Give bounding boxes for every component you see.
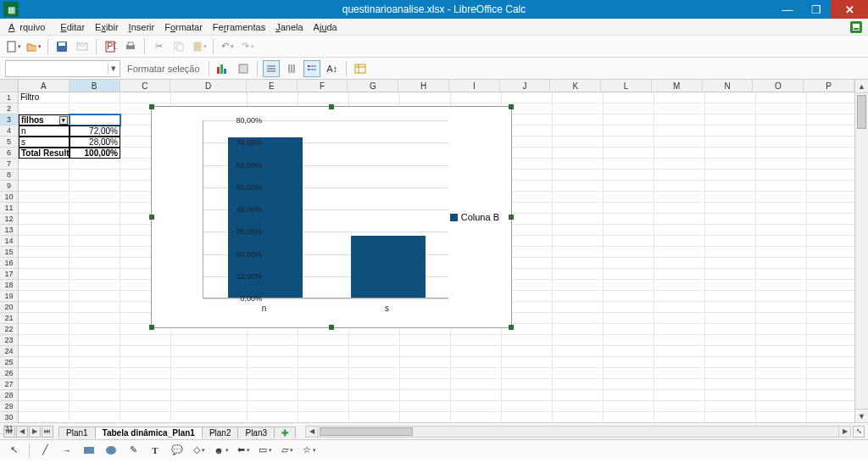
row-header-4[interactable]: 4 <box>0 126 18 137</box>
resize-handle[interactable] <box>329 325 334 330</box>
cell-B5[interactable]: 28,00% <box>70 137 120 148</box>
cell-B6[interactable]: 100,00% <box>70 148 120 159</box>
cell-B3[interactable] <box>70 114 120 126</box>
row-header-24[interactable]: 24 <box>0 346 18 357</box>
flowcharts-tool[interactable]: ▭ <box>257 442 274 459</box>
col-header-E[interactable]: E <box>247 80 298 92</box>
chart-grid-h-button[interactable] <box>263 60 280 77</box>
sheet-tab[interactable]: Plan2 <box>202 427 239 438</box>
cut-button[interactable]: ✂ <box>150 38 167 55</box>
row-header-14[interactable]: 14 <box>0 236 18 247</box>
sheet-tab[interactable]: Tabela dinâmica_Plan1 <box>95 427 203 438</box>
row-header-6[interactable]: 6 <box>0 148 18 159</box>
row-header-1[interactable]: 1 <box>0 92 18 103</box>
col-header-N[interactable]: N <box>703 80 754 92</box>
row-header-7[interactable]: 7 <box>0 159 18 170</box>
block-arrows-tool[interactable]: ⬅ <box>235 442 252 459</box>
row-header-3[interactable]: 3 <box>0 114 18 126</box>
autofilter-dropdown-icon[interactable]: ▾ <box>59 116 68 125</box>
undo-button[interactable]: ↶ <box>219 38 236 55</box>
cell-A5[interactable]: s <box>19 137 70 148</box>
chart-element-dropdown-icon[interactable]: ▾ <box>108 63 120 74</box>
select-tool[interactable]: ↖ <box>5 442 22 459</box>
paste-button[interactable] <box>191 38 208 55</box>
line-tool[interactable]: ╱ <box>36 442 53 459</box>
email-button[interactable] <box>74 38 91 55</box>
scroll-thumb[interactable] <box>857 95 866 129</box>
row-header-27[interactable]: 27 <box>0 379 18 390</box>
resize-handle[interactable] <box>509 215 514 220</box>
col-header-D[interactable]: D <box>170 80 247 92</box>
tab-next-button[interactable]: ▶ <box>29 426 41 438</box>
split-handle[interactable]: ⤡ <box>853 426 865 438</box>
resize-handle[interactable] <box>149 215 154 220</box>
chart-text-scale-button[interactable]: A↕ <box>324 60 341 77</box>
row-header-22[interactable]: 22 <box>0 324 18 335</box>
row-header-26[interactable]: 26 <box>0 368 18 379</box>
menu-editar[interactable]: Editar <box>55 20 90 34</box>
close-button[interactable]: ✕ <box>831 0 868 19</box>
redo-button[interactable]: ↷ <box>239 38 256 55</box>
vertical-scrollbar[interactable]: ▲ ▼ <box>854 80 868 422</box>
rectangle-tool[interactable] <box>81 442 97 459</box>
chart-3d-button[interactable] <box>235 60 252 77</box>
grid[interactable]: ABCDEFGHIJKLMNOP Filtrofilhos▾n72,00%s28… <box>19 80 854 422</box>
menu-inserir[interactable]: Inserir <box>124 20 160 34</box>
open-button[interactable] <box>25 38 42 55</box>
row-header-11[interactable]: 11 <box>0 203 18 214</box>
row-header-13[interactable]: 13 <box>0 225 18 236</box>
symbol-shapes-tool[interactable]: ☻ <box>213 442 230 459</box>
menu-ferramentas[interactable]: Ferramentas <box>208 20 270 34</box>
menu-exibir[interactable]: Exibir <box>90 20 124 34</box>
save-button[interactable] <box>53 38 70 55</box>
menu-ajuda[interactable]: Ajuda <box>309 20 342 34</box>
text-tool[interactable]: T <box>147 442 164 459</box>
minimize-button[interactable]: — <box>773 0 802 19</box>
col-header-O[interactable]: O <box>753 80 804 92</box>
menu-janela[interactable]: Janela <box>270 20 308 34</box>
row-header-2[interactable]: 2 <box>0 103 18 114</box>
copy-button[interactable] <box>170 38 187 55</box>
maximize-button[interactable]: ❐ <box>802 0 831 19</box>
row-header-20[interactable]: 20 <box>0 302 18 313</box>
chart-legend-button[interactable] <box>303 60 320 77</box>
col-header-K[interactable]: K <box>550 80 601 92</box>
col-header-J[interactable]: J <box>500 80 551 92</box>
row-header-10[interactable]: 10 <box>0 192 18 203</box>
cell-A1[interactable]: Filtro <box>19 92 70 103</box>
callout-tool[interactable]: 💬 <box>169 442 186 459</box>
menu-formatar[interactable]: Formatar <box>159 20 208 34</box>
col-header-H[interactable]: H <box>398 80 449 92</box>
cell-A3[interactable]: filhos▾ <box>19 114 70 126</box>
resize-handle[interactable] <box>329 104 334 109</box>
resize-handle[interactable] <box>149 325 154 330</box>
col-header-B[interactable]: B <box>70 80 120 92</box>
row-header-15[interactable]: 15 <box>0 247 18 258</box>
sheet-tab[interactable]: Plan1 <box>58 427 96 438</box>
row-header-23[interactable]: 23 <box>0 335 18 346</box>
row-header-8[interactable]: 8 <box>0 170 18 181</box>
arrow-tool[interactable]: → <box>58 442 75 459</box>
col-header-C[interactable]: C <box>120 80 171 92</box>
row-header-30[interactable]: 30 <box>0 412 18 423</box>
new-document-button[interactable] <box>5 38 22 55</box>
cell-A6[interactable]: Total Resultado <box>19 148 70 159</box>
sheet-tab[interactable]: Plan3 <box>237 427 275 438</box>
tab-last-button[interactable]: ⏭ <box>42 426 53 438</box>
row-header-12[interactable]: 12 <box>0 214 18 225</box>
polygon-tool[interactable]: ✎ <box>125 442 142 459</box>
chart-data-table-button[interactable] <box>352 60 369 77</box>
scroll-left-icon[interactable]: ◀ <box>306 427 318 437</box>
stars-tool[interactable]: ☆ <box>301 442 318 459</box>
callouts-tool[interactable]: ▱ <box>279 442 296 459</box>
row-header-19[interactable]: 19 <box>0 291 18 302</box>
row-header-28[interactable]: 28 <box>0 390 18 401</box>
row-header-5[interactable]: 5 <box>0 137 18 148</box>
print-button[interactable] <box>122 38 139 55</box>
col-header-G[interactable]: G <box>348 80 398 92</box>
format-selection-button[interactable]: Formatar seleção <box>124 64 203 74</box>
scroll-up-icon[interactable]: ▲ <box>855 80 868 93</box>
scroll-down-icon[interactable]: ▼ <box>855 409 868 422</box>
col-header-A[interactable]: A <box>19 80 70 92</box>
row-header-25[interactable]: 25 <box>0 357 18 368</box>
